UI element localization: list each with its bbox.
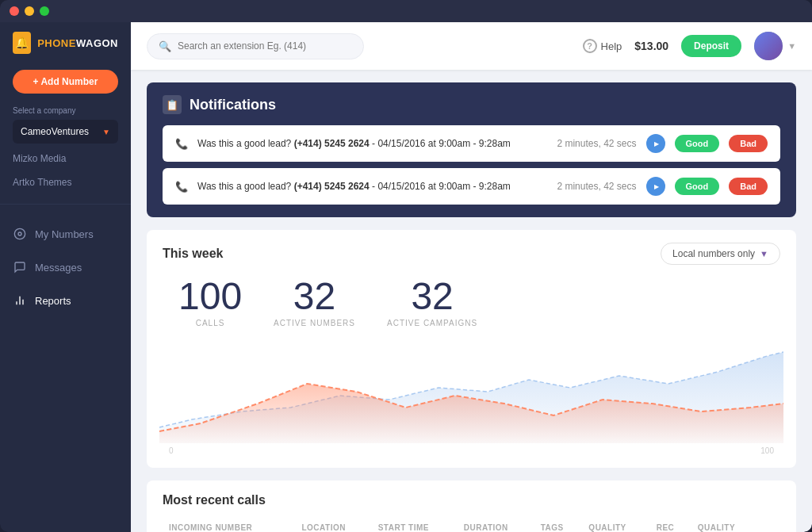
notification-text: Was this a good lead? (+414) 5245 2624 -… [197,181,547,192]
search-input[interactable] [178,40,352,52]
dropdown-arrow-icon: ▼ [102,128,110,136]
notification-duration: 2 minutes, 42 secs [557,138,636,149]
search-icon: 🔍 [159,40,171,52]
active-numbers-number: 32 [293,277,335,316]
this-week-panel: This week Local numbers only ▼ 100 CALLS… [147,230,796,468]
search-bar[interactable]: 🔍 [147,33,364,59]
bad-button[interactable]: Bad [729,135,768,152]
select-company-label: Select a company [0,106,131,120]
calls-label: CALLS [196,319,225,327]
message-icon [13,260,27,274]
col-tags: TAGS [534,519,583,532]
svg-point-1 [18,232,21,235]
logo-icon: 🔔 [13,32,31,54]
notification-row: 📞 Was this a good lead? (+414) 5245 2624… [163,125,780,162]
this-week-header: This week Local numbers only ▼ [163,243,780,265]
balance-display: $13.00 [634,40,668,52]
selected-company: CameoVentures [21,126,89,137]
avatar[interactable] [754,32,783,60]
chart-area [159,340,783,443]
call-icon: 📞 [175,138,188,150]
sidebar-item-my-numbers[interactable]: My Numbers [0,217,131,251]
play-button[interactable] [646,177,665,196]
active-campaigns-number: 32 [411,277,453,316]
sidebar-item-reports[interactable]: Reports [0,284,131,317]
help-button[interactable]: ? Help [583,39,622,53]
window-close-btn[interactable] [10,6,19,16]
play-button[interactable] [646,134,665,153]
topbar: 🔍 ? Help $13.00 Deposit ▼ [131,22,812,70]
logo-text: PHONEWAGON [37,37,118,49]
phone-icon [13,227,27,241]
col-quality2: QUALITY [691,519,759,532]
sidebar: 🔔 PHONEWAGON + Add Number Select a compa… [0,22,131,532]
notification-duration: 2 minutes, 42 secs [557,181,636,192]
recent-calls-title: Most recent calls [163,493,780,507]
add-number-button[interactable]: + Add Number [13,70,118,94]
company-dropdown[interactable]: CameoVentures ▼ [13,120,118,144]
call-icon: 📞 [175,181,188,193]
notifications-panel: 📋 Notifications 📞 Was this a good lead? … [147,82,796,217]
sidebar-item-messages[interactable]: Messages [0,251,131,284]
recent-calls-panel: Most recent calls INCOMING NUMBER LOCATI… [147,480,796,532]
window-minimize-btn[interactable] [25,6,34,16]
active-campaigns-stat: 32 ACTIVE CAMPAIGNS [387,277,477,327]
my-numbers-label: My Numbers [35,228,94,240]
company-item-artko[interactable]: Artko Themes [0,170,131,194]
table-header-row: INCOMING NUMBER LOCATION START TIME DURA… [163,519,780,532]
bad-button[interactable]: Bad [729,178,768,195]
reports-label: Reports [35,295,71,307]
calls-stat: 100 CALLS [178,277,242,327]
good-button[interactable]: Good [675,135,720,152]
col-location: LOCATION [295,519,371,532]
col-start-time: START TIME [372,519,458,532]
company-item-mizko[interactable]: Mizko Media [0,147,131,170]
sidebar-divider [0,204,131,205]
content-area: 📋 Notifications 📞 Was this a good lead? … [131,70,812,532]
window-maximize-btn[interactable] [40,6,49,16]
good-button[interactable]: Good [675,178,720,195]
avatar-chevron-icon: ▼ [787,41,796,51]
help-label: Help [601,40,622,52]
notification-row: 📞 Was this a good lead? (+414) 5245 2624… [163,168,780,205]
reports-icon [13,293,27,308]
col-rec: REC [650,519,691,532]
filter-arrow-icon: ▼ [760,249,768,258]
active-campaigns-label: ACTIVE CAMPAIGNS [387,319,477,327]
active-numbers-stat: 32 ACTIVE NUMBERS [274,277,355,327]
filter-dropdown[interactable]: Local numbers only ▼ [661,243,780,265]
col-incoming: INCOMING NUMBER [163,519,295,532]
main-content: 🔍 ? Help $13.00 Deposit ▼ 📋 [131,22,812,532]
active-numbers-label: ACTIVE NUMBERS [274,319,355,327]
svg-point-0 [14,228,25,239]
deposit-button[interactable]: Deposit [681,35,741,57]
messages-label: Messages [35,262,82,274]
notification-text: Was this a good lead? (+414) 5245 2624 -… [197,138,547,149]
stats-row: 100 CALLS 32 ACTIVE NUMBERS 32 ACTIVE CA… [163,277,780,327]
chart-axis: 0 100 [163,443,780,455]
help-icon: ? [583,39,597,53]
filter-label: Local numbers only [672,248,755,259]
chart-axis-start: 0 [169,446,174,455]
calls-table: INCOMING NUMBER LOCATION START TIME DURA… [163,519,780,532]
col-duration: DURATION [458,519,534,532]
sidebar-nav: My Numbers Messages Repo [0,214,131,317]
logo: 🔔 PHONEWAGON [0,32,131,67]
notifications-title: 📋 Notifications [163,95,780,114]
chart-axis-end: 100 [760,446,774,455]
notifications-icon: 📋 [163,95,182,114]
col-quality: QUALITY [582,519,649,532]
this-week-title: This week [163,247,223,261]
calls-number: 100 [178,277,242,316]
